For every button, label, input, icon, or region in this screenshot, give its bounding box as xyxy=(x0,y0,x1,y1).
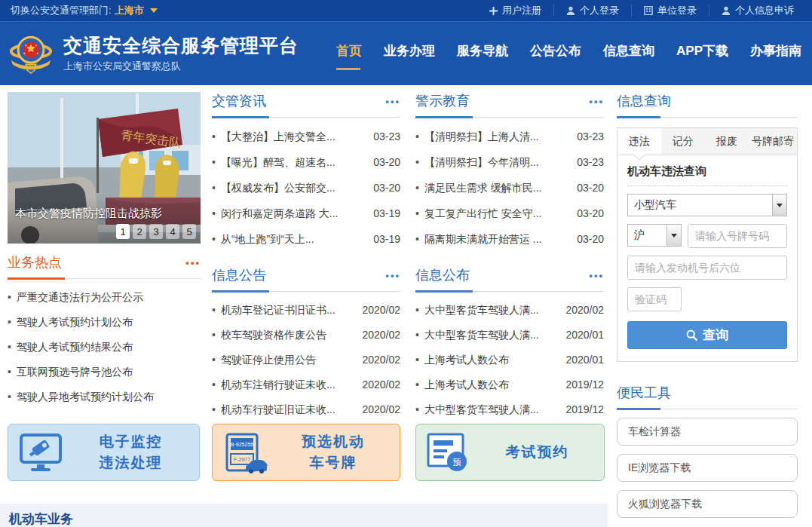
exam-document-icon: 预 xyxy=(416,431,481,473)
list-item[interactable]: 闵行和嘉定两条道路 大...03-19 xyxy=(212,201,400,226)
list-item[interactable]: 机动车登记证书旧证书...2020/02 xyxy=(212,298,400,323)
select-arrow-icon xyxy=(666,225,681,246)
list-item[interactable]: 【大整治】上海交警全...03-23 xyxy=(212,124,400,149)
header: 交通安全综合服务管理平台 上海市公安局交通警察总队 首页 业务办理 服务导航 公… xyxy=(0,21,812,85)
carousel-page-3[interactable]: 3 xyxy=(149,224,163,239)
police-badge-logo xyxy=(8,29,54,78)
section-title: 信息公布 xyxy=(415,266,470,284)
banner-electronic-monitoring[interactable]: 电子监控 违法处理 xyxy=(8,424,200,481)
nav-item-home[interactable]: 首页 xyxy=(336,35,362,73)
region-current[interactable]: 上海市 xyxy=(115,4,144,17)
select-arrow-icon xyxy=(772,195,786,216)
list-item[interactable]: 机动车注销行驶证未收...2020/02 xyxy=(212,372,400,397)
section-hot-business: 业务热点 ••• 严重交通违法行为公开公示 驾驶人考试预约计划公布 驾驶人考试预… xyxy=(8,253,201,409)
main-nav: 首页 业务办理 服务导航 公告公布 信息查询 APP下载 办事指南 xyxy=(336,35,804,73)
query-section-title: 信息查询 xyxy=(617,93,671,109)
brand-text: 交通安全综合服务管理平台 上海市公安局交通警察总队 xyxy=(63,34,299,73)
list-item[interactable]: 校车驾驶资格作废公告2020/02 xyxy=(212,323,400,348)
chevron-down-icon xyxy=(150,8,158,13)
tool-firefox-download[interactable]: 火狐浏览器下载 xyxy=(617,490,798,518)
list-item[interactable]: 严重交通违法行为公开公示 xyxy=(8,285,201,310)
carousel-page-5[interactable]: 5 xyxy=(182,224,196,239)
banner-label: 电子监控 违法处理 xyxy=(73,431,199,473)
list-item[interactable]: 驾驶人考试预约结果公布 xyxy=(8,335,201,360)
carousel-page-2[interactable]: 2 xyxy=(133,224,146,239)
more-icon[interactable]: ••• xyxy=(185,257,201,268)
section-tools: 便民工具 车检计算器 IE浏览器下载 火狐浏览器下载 xyxy=(617,384,798,518)
carousel-caption[interactable]: 本市交警疫情防控阻击战掠影 xyxy=(15,207,162,221)
tool-vehicle-inspection-calculator[interactable]: 车检计算器 xyxy=(617,418,798,446)
news-carousel[interactable]: 青年突击队 本市交警疫情防控阻击战掠影 1 2 3 4 xyxy=(8,92,201,244)
list-item[interactable]: 复工复产出行忙 安全守...03-20 xyxy=(415,201,604,226)
list-item[interactable]: 从“地上跑”到“天上...03-19 xyxy=(212,226,400,252)
appeal-link[interactable]: 个人信息申诉 xyxy=(709,5,806,17)
brand: 交通安全综合服务管理平台 上海市公安局交通警察总队 xyxy=(8,29,299,78)
section-warning-education: 警示教育 ••• 【清明祭扫】上海人清...03-23 【清明祭扫】今年清明..… xyxy=(415,92,604,252)
unit-login-link[interactable]: 单位登录 xyxy=(631,5,709,17)
vehicle-business-title: 机动车业务 xyxy=(9,510,73,527)
plate-number-input[interactable] xyxy=(688,224,787,248)
active-underline xyxy=(336,68,360,70)
section-info-notice: 信息公告 ••• 机动车登记证书旧证书...2020/02 校车驾驶资格作废公告… xyxy=(212,266,400,422)
topbar: 切换公安交通管理部门: 上海市 用户注册 个人登录 单位登录 个人信息申诉 xyxy=(0,0,812,21)
list-item[interactable]: 【清明祭扫】今年清明...03-23 xyxy=(415,149,604,175)
more-icon[interactable]: ••• xyxy=(385,96,400,107)
nav-item-info-query[interactable]: 信息查询 xyxy=(603,35,654,73)
nav-item-business[interactable]: 业务办理 xyxy=(384,35,435,73)
list-item[interactable]: 大中型客货车驾驶人满...2020/01 xyxy=(415,323,604,348)
vehicle-type-select[interactable]: 小型汽车 xyxy=(627,194,787,216)
tools-section-title: 便民工具 xyxy=(617,385,671,400)
banner-label: 预选机动 车号牌 xyxy=(277,431,400,473)
list-item[interactable]: 【权威发布】公安部交...03-20 xyxy=(212,175,400,201)
carousel-page-4[interactable]: 4 xyxy=(166,224,179,239)
list-item[interactable]: 大中型客货车驾驶人满...2019/12 xyxy=(415,397,604,422)
list-item[interactable]: 隔离期未满就开始营运 ...03-20 xyxy=(415,226,604,252)
list-item[interactable]: 大中型客货车驾驶人满...2020/02 xyxy=(415,298,604,323)
section-title: 业务热点 xyxy=(8,253,62,271)
tab-scrap[interactable]: 报废 xyxy=(705,128,749,155)
search-icon xyxy=(686,329,697,341)
query-tabs: 违法 记分 报废 号牌邮寄 xyxy=(617,128,797,155)
nav-item-announcements[interactable]: 公告公布 xyxy=(530,35,581,73)
tab-points[interactable]: 记分 xyxy=(661,128,705,155)
tool-ie-download[interactable]: IE浏览器下载 xyxy=(617,454,798,482)
nav-item-service-guide[interactable]: 服务导航 xyxy=(457,35,508,73)
page: 切换公安交通管理部门: 上海市 用户注册 个人登录 单位登录 个人信息申诉 xyxy=(0,0,812,527)
plate-number-2: F-2977 xyxy=(234,457,250,462)
list-item[interactable]: 【曝光】醉驾、超速名...03-20 xyxy=(212,149,400,175)
query-submit-button[interactable]: 查询 xyxy=(627,321,787,349)
site-title: 交通安全综合服务管理平台 xyxy=(63,34,299,57)
list-item[interactable]: 驾驶人异地考试预约计划公布 xyxy=(8,385,201,409)
list-item[interactable]: 上海考试人数公布2020/01 xyxy=(415,348,604,372)
monitor-camera-icon xyxy=(8,433,73,472)
tab-plate-mail[interactable]: 号牌邮寄 xyxy=(749,128,797,155)
banner-label: 考试预约 xyxy=(481,442,604,463)
list-item[interactable]: 上海考试人数公布2019/12 xyxy=(415,372,604,397)
site-subtitle: 上海市公安局交通警察总队 xyxy=(63,60,299,73)
section-traffic-news: 交管资讯 ••• 【大整治】上海交警全...03-23 【曝光】醉驾、超速名..… xyxy=(212,92,400,252)
violation-query-panel: 违法 记分 报废 号牌邮寄 机动车违法查询 小型汽车 沪 xyxy=(617,127,798,362)
more-icon[interactable]: ••• xyxy=(385,270,400,281)
nav-item-help-guide[interactable]: 办事指南 xyxy=(750,35,801,73)
list-item[interactable]: 满足民生需求 缓解市民...03-20 xyxy=(415,175,604,201)
region-switcher[interactable]: 切换公安交通管理部门: 上海市 xyxy=(11,4,158,17)
register-link[interactable]: 用户注册 xyxy=(477,5,553,17)
plate-prefix-select[interactable]: 沪 xyxy=(627,224,682,247)
list-item[interactable]: 互联网预选号牌号池公布 xyxy=(8,360,201,385)
list-item[interactable]: 【清明祭扫】上海人清...03-23 xyxy=(415,124,604,149)
captcha-input[interactable] xyxy=(627,287,682,311)
more-icon[interactable]: ••• xyxy=(589,270,604,281)
engine-number-input[interactable] xyxy=(627,256,787,280)
banner-plate-preselection[interactable]: B·925255 F-2977 预选机动 车号牌 xyxy=(212,424,400,481)
tab-violation[interactable]: 违法 xyxy=(617,128,661,155)
nav-item-app-download[interactable]: APP下载 xyxy=(676,35,728,73)
list-item[interactable]: 驾驶人考试预约计划公布 xyxy=(8,310,201,335)
license-plate-icon: B·925255 F-2977 xyxy=(213,431,277,473)
carousel-page-1[interactable]: 1 xyxy=(116,224,130,239)
personal-login-link[interactable]: 个人登录 xyxy=(553,5,631,17)
more-icon[interactable]: ••• xyxy=(589,96,604,107)
list-item[interactable]: 驾驶证停止使用公告2020/02 xyxy=(212,348,400,372)
banner-exam-appointment[interactable]: 预 考试预约 xyxy=(415,424,605,481)
plate-number-1: B·925255 xyxy=(231,442,253,447)
list-item[interactable]: 机动车行驶证旧证未收...2020/02 xyxy=(212,397,400,422)
